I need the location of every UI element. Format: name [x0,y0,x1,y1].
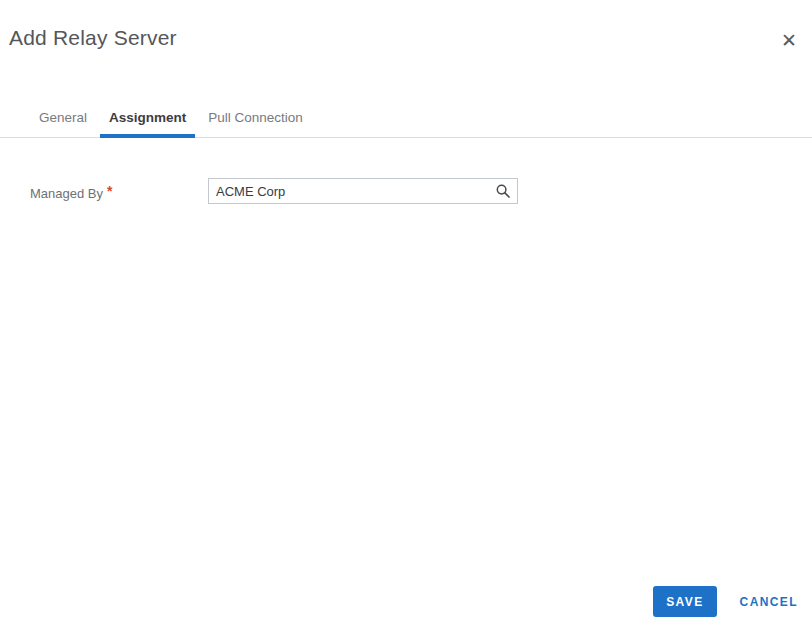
managed-by-input-wrap [208,178,518,204]
tab-general[interactable]: General [30,110,96,137]
cancel-button[interactable]: CANCEL [740,595,798,609]
tab-bar: General Assignment Pull Connection [0,105,812,138]
close-icon: ✕ [781,30,797,51]
managed-by-input[interactable] [208,178,518,204]
tab-pull-connection[interactable]: Pull Connection [199,110,312,137]
tab-content-assignment: Managed By* [0,138,812,565]
page-title: Add Relay Server [9,26,177,50]
dialog-footer: SAVE CANCEL [653,586,798,617]
add-relay-server-dialog: Add Relay Server ✕ General Assignment Pu… [0,0,812,635]
dialog-header: Add Relay Server ✕ [0,0,812,62]
tab-assignment[interactable]: Assignment [100,110,195,137]
close-button[interactable]: ✕ [774,26,804,56]
save-button[interactable]: SAVE [653,586,716,617]
managed-by-label-text: Managed By [30,186,103,201]
required-asterisk: * [107,183,112,199]
managed-by-label: Managed By* [30,185,112,201]
